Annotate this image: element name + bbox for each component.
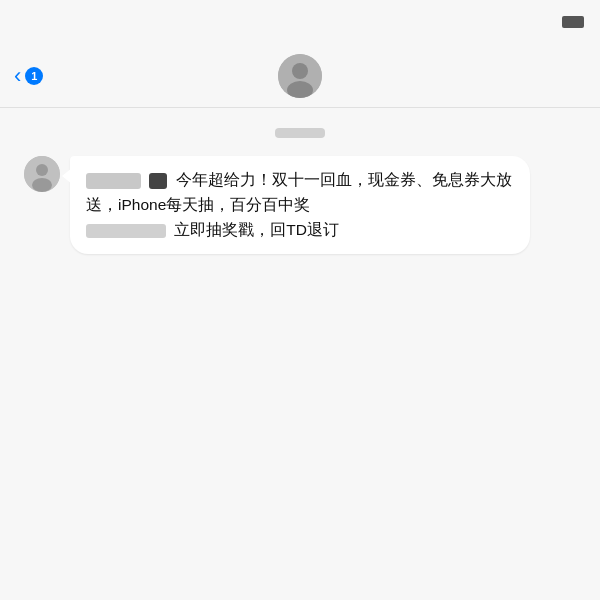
message-text-part2: 立即抽奖戳，回TD退订 bbox=[174, 221, 339, 238]
svg-point-5 bbox=[32, 178, 52, 192]
avatar-circle bbox=[278, 54, 322, 98]
message-content: 今年超给力！双十一回血，现金券、免息券大放送，iPhone每天抽，百分百中奖 立… bbox=[86, 168, 514, 242]
content-area: 今年超给力！双十一回血，现金券、免息券大放送，iPhone每天抽，百分百中奖 立… bbox=[0, 108, 600, 274]
back-button[interactable]: ‹ 1 bbox=[14, 65, 43, 87]
date-section bbox=[275, 128, 325, 138]
sender-avatar-icon bbox=[24, 156, 60, 192]
avatar-icon bbox=[278, 54, 322, 98]
message-bubble: 今年超给力！双十一回血，现金券、免息券大放送，iPhone每天抽，百分百中奖 立… bbox=[70, 156, 530, 254]
svg-point-4 bbox=[36, 164, 48, 176]
status-bar bbox=[0, 0, 600, 44]
message-sender-avatar bbox=[24, 156, 60, 192]
svg-point-1 bbox=[292, 63, 308, 79]
sender-name-blurred bbox=[86, 173, 141, 189]
nav-avatar[interactable] bbox=[278, 54, 322, 98]
bubble-tail bbox=[62, 168, 72, 184]
message-row: 今年超给力！双十一回血，现金券、免息券大放送，iPhone每天抽，百分百中奖 立… bbox=[16, 156, 584, 254]
nav-bar: ‹ 1 bbox=[0, 44, 600, 108]
status-icons bbox=[562, 16, 584, 28]
back-chevron-icon: ‹ bbox=[14, 65, 21, 87]
battery-icon bbox=[562, 16, 584, 28]
back-badge: 1 bbox=[25, 67, 43, 85]
blurred-date bbox=[275, 128, 325, 138]
message-dark-block bbox=[149, 173, 167, 189]
blurred-link bbox=[86, 224, 166, 238]
